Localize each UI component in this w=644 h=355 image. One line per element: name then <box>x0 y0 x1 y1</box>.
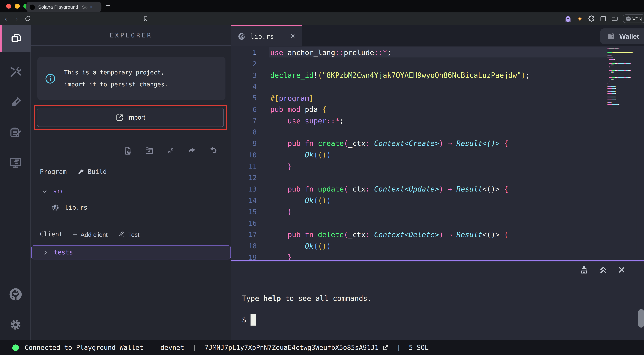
sidebar-item-tutorials[interactable] <box>0 121 31 144</box>
sidebar-panel-icon[interactable] <box>600 15 606 22</box>
line-number: 17 <box>231 231 257 239</box>
sidebar-item-settings[interactable] <box>0 314 31 335</box>
line-number: 14 <box>231 197 257 204</box>
add-client-button[interactable]: + Add client <box>73 230 108 239</box>
code-line[interactable]: 13 pub fn update(_ctx: Context<Update>) … <box>231 183 644 195</box>
code-editor[interactable]: 1use anchor_lang::prelude::*;23declare_i… <box>231 46 644 260</box>
code-line[interactable]: 5#[program] <box>231 92 644 104</box>
import-button[interactable]: Import <box>37 108 224 127</box>
code-line[interactable]: 11 } <box>231 161 644 172</box>
program-section-row: Program Build <box>31 165 231 178</box>
chevron-right-icon <box>42 249 48 255</box>
import-icon <box>116 114 123 121</box>
terminal-scrollbar-thumb[interactable] <box>638 309 644 328</box>
src-folder-label: src <box>53 187 64 195</box>
browser-tab[interactable]: Solana Playground | Solana IDE × <box>26 2 102 12</box>
tab-title: Solana Playground | Solana IDE <box>38 5 89 10</box>
status-dash: - <box>150 344 154 351</box>
terminal-resize-handle[interactable] <box>231 260 644 261</box>
code-text: } <box>257 162 292 170</box>
code-text: Ok(()) <box>257 242 331 250</box>
editor-tab-label: lib.rs <box>250 32 286 40</box>
indent-guide <box>288 195 288 218</box>
line-number: 9 <box>231 140 257 148</box>
editor-minimap[interactable] <box>608 49 636 106</box>
close-window-button[interactable] <box>6 4 11 9</box>
phantom-extension-icon[interactable] <box>564 15 572 22</box>
sidebar-item-test[interactable] <box>0 91 31 114</box>
add-client-label: Add client <box>80 231 108 238</box>
bookmark-icon[interactable] <box>143 16 148 22</box>
tab-close-icon[interactable]: × <box>90 5 93 10</box>
terminal-hint: Type help to see all commands. <box>242 294 372 302</box>
code-line[interactable]: 3declare_id!("8KPzbM2Cwn4Yjak7QYAEH9wyoQ… <box>231 70 644 81</box>
minimize-window-button[interactable] <box>15 4 20 9</box>
new-tab-button[interactable]: + <box>106 2 110 10</box>
file-row-librs[interactable]: R lib.rs <box>31 201 231 214</box>
code-line[interactable]: 10 Ok(()) <box>231 149 644 161</box>
code-line[interactable]: 1use anchor_lang::prelude::*; <box>231 47 644 58</box>
code-line[interactable]: 9 pub fn create(_ctx: Context<Create>) →… <box>231 138 644 149</box>
extensions-puzzle-icon[interactable] <box>588 15 595 22</box>
tests-folder-label: tests <box>54 249 73 256</box>
code-line[interactable]: 19 } <box>231 252 644 260</box>
line-number: 11 <box>231 162 257 170</box>
sidebar-item-programs[interactable] <box>0 151 31 174</box>
build-label: Build <box>88 168 107 175</box>
folder-row-tests[interactable]: tests <box>31 245 231 259</box>
status-separator: | <box>192 344 196 351</box>
line-number: 18 <box>231 242 257 250</box>
code-line[interactable]: 8 <box>231 127 644 138</box>
reload-button[interactable] <box>25 16 31 22</box>
brave-wallet-icon[interactable] <box>611 15 618 22</box>
line-number: 5 <box>231 94 257 102</box>
folder-row-src[interactable]: src <box>31 185 231 197</box>
terminal-clear-icon[interactable] <box>580 266 588 275</box>
code-line[interactable]: 16 <box>231 218 644 229</box>
sidebar-item-explorer[interactable] <box>0 25 31 52</box>
code-text: pub fn update(_ctx: Context<Update>) → R… <box>257 185 508 193</box>
terminal-close-icon[interactable] <box>617 266 626 274</box>
code-line[interactable]: 12 <box>231 172 644 183</box>
test-button[interactable]: Test <box>118 230 140 238</box>
code-line[interactable]: 4 <box>231 81 644 92</box>
code-line[interactable]: 2 <box>231 58 644 70</box>
code-line[interactable]: 18 Ok(()) <box>231 240 644 252</box>
spark-extension-icon[interactable] <box>576 15 584 22</box>
sidebar-item-github[interactable] <box>0 283 31 305</box>
cluster-name[interactable]: devnet <box>160 344 184 351</box>
code-text: use anchor_lang::prelude::*; <box>257 49 392 57</box>
share-project-icon[interactable] <box>188 146 196 155</box>
wallet-button[interactable]: Wallet <box>600 28 644 44</box>
tab-close-icon[interactable]: ✕ <box>290 33 295 40</box>
code-line[interactable]: 17 pub fn delete(_ctx: Context<Delete>) … <box>231 229 644 240</box>
code-line[interactable]: 7 use super::*; <box>231 115 644 127</box>
wallet-address[interactable]: 7JMNJ7pL1y7XpPnN7ZeuaE4ctwg3WeufbX5o85sA… <box>204 344 378 351</box>
brave-vpn-button[interactable]: VPN <box>622 14 644 23</box>
status-separator: | <box>397 344 400 351</box>
new-file-icon[interactable] <box>124 146 132 155</box>
code-line[interactable]: 6pub mod pda { <box>231 104 644 115</box>
code-text: pub fn delete(_ctx: Context<Delete>) → R… <box>257 230 508 239</box>
temporary-project-notice: This is a temporary project, import it t… <box>38 57 226 100</box>
code-line[interactable]: 14 Ok(()) <box>231 195 644 206</box>
reset-undo-icon[interactable] <box>209 146 218 155</box>
editor-scrollbar[interactable] <box>636 46 637 260</box>
terminal-panel[interactable]: Type help to see all commands. $ <box>231 261 644 340</box>
sidebar-item-build-tools[interactable] <box>0 61 31 83</box>
external-link-icon[interactable] <box>382 344 388 351</box>
line-number: 13 <box>231 185 257 193</box>
terminal-expand-icon[interactable] <box>599 266 608 275</box>
new-folder-icon[interactable] <box>145 146 154 155</box>
wallet-balance[interactable]: 5 SOL <box>409 344 429 351</box>
editor-tab-librs[interactable]: R lib.rs ✕ <box>231 25 302 46</box>
collapse-folders-icon[interactable] <box>166 146 175 155</box>
back-button[interactable]: ‹ <box>5 12 7 25</box>
terminal-prompt-line[interactable]: $ <box>242 314 256 325</box>
import-highlight-annotation: Import <box>34 105 227 130</box>
build-button[interactable]: Build <box>77 168 107 175</box>
code-line[interactable]: 15 } <box>231 206 644 217</box>
gear-icon <box>9 318 22 331</box>
forward-button[interactable]: › <box>16 12 18 25</box>
code-text: Ok(()) <box>257 151 331 159</box>
